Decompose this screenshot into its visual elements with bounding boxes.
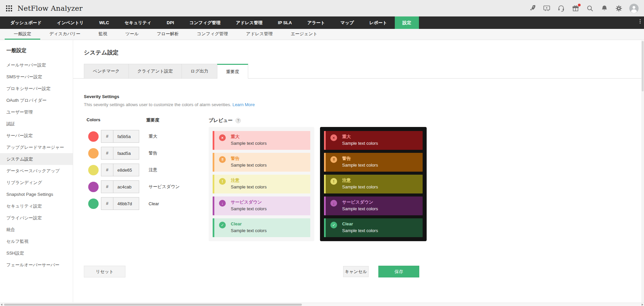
preview-bar-sample-text: Sample text colors [231, 228, 267, 233]
preview-bar-clear: ✓ Clear Sample text colors [324, 218, 423, 237]
preview-column: プレビュー ? × 重大 Sample text colors !! 警告 [209, 117, 427, 241]
hex-prefix: # [101, 198, 113, 210]
nav-ipsla[interactable]: IP SLA [270, 16, 300, 29]
nav-inventory[interactable]: インベントリ [49, 16, 92, 29]
sidebar-item-self-monitoring[interactable]: セルフ監視 [0, 235, 73, 247]
vertical-scrollbar-thumb[interactable] [642, 41, 644, 91]
vertical-scrollbar[interactable] [641, 40, 644, 303]
tab-client-settings[interactable]: クライアント設定 [128, 64, 182, 78]
sidebar-item-authentication[interactable]: 認証 [0, 118, 73, 130]
sidebar-item-user-management[interactable]: ユーザー管理 [0, 106, 73, 118]
nav-reports[interactable]: レポート [362, 16, 395, 29]
sidebar-item-failover-server[interactable]: フェールオーバーサーバー [0, 259, 73, 271]
warning-icon: !! [330, 156, 337, 163]
preview-bar-title: Clear [342, 221, 378, 226]
subnav-general-settings[interactable]: 一般設定 [5, 29, 40, 40]
severity-color-row-service-down: # サービスダウン [84, 178, 209, 195]
page-body: 一般設定 メールサーバー設定 SMSサーバー設定 プロキシサーバー設定 OAut… [0, 40, 644, 302]
hex-color-input-attention[interactable] [113, 164, 139, 176]
color-swatch-service-down[interactable] [88, 182, 99, 192]
clear-icon: ✓ [330, 222, 337, 228]
sidebar-item-integrations[interactable]: 統合 [0, 224, 73, 235]
subnav-monitoring[interactable]: 監視 [90, 29, 116, 40]
preview-bar-service-down: ↓ サービスダウン Sample text colors [213, 196, 310, 215]
sidebar-item-upgrade-manager[interactable]: アップグレードマネージャー [0, 141, 73, 153]
sidebar-item-snapshot-page[interactable]: Snapshot Page Settings [0, 188, 73, 200]
column-headers: Colors 重要度 [84, 117, 209, 124]
user-avatar[interactable] [629, 4, 639, 13]
color-swatch-critical[interactable] [88, 131, 99, 142]
main-navigation: ダッシュボード インベントリ WLC セキュリティ DPI コンフィグ管理 アド… [0, 16, 644, 29]
rocket-icon[interactable] [528, 4, 536, 12]
learn-more-link[interactable]: Learn More [232, 102, 255, 107]
severity-settings-heading: Severity Settings [84, 94, 644, 99]
preview-bar-sample-text: Sample text colors [231, 206, 267, 211]
sidebar-item-system-settings[interactable]: システム設定 [0, 153, 73, 165]
hex-color-input-warning[interactable] [113, 147, 139, 159]
color-swatch-attention[interactable] [88, 165, 99, 175]
sidebar-item-database-backup[interactable]: データベースバックアップ [0, 165, 73, 177]
severity-color-row-warning: # 警告 [84, 145, 209, 162]
sidebar-item-sms-server[interactable]: SMSサーバー設定 [0, 71, 73, 83]
nav-alerts[interactable]: アラート [300, 16, 333, 29]
sidebar-item-oauth-provider[interactable]: OAuth プロバイダー [0, 94, 73, 106]
hex-color-input-critical[interactable] [113, 131, 139, 142]
search-icon[interactable] [586, 4, 594, 12]
preview-bar-sample-text: Sample text colors [342, 206, 378, 211]
nav-address-mgmt[interactable]: アドレス管理 [228, 16, 270, 29]
preview-bar-service-down: ↓ サービスダウン Sample text colors [324, 196, 423, 215]
save-button[interactable]: 保存 [378, 266, 419, 277]
form-actions: リセット キャンセル 保存 [84, 266, 419, 277]
bell-icon[interactable] [600, 4, 608, 12]
sidebar-item-mail-server[interactable]: メールサーバー設定 [0, 59, 73, 71]
sidebar-item-server-settings[interactable]: サーバー設定 [0, 130, 73, 141]
hex-color-field: # [101, 197, 139, 210]
subnav-agent[interactable]: エージェント [282, 29, 327, 40]
tab-severity[interactable]: 重要度 [217, 64, 248, 79]
main-content: システム設定 ベンチマーク クライアント設定 ログ出力 重要度 Severity… [73, 40, 644, 302]
scroll-left-arrow-icon[interactable] [1, 304, 2, 306]
gift-icon[interactable] [572, 4, 580, 12]
horizontal-scrollbar-thumb[interactable] [4, 304, 302, 306]
nav-overflow-menu-icon[interactable] [638, 19, 642, 27]
hex-color-input-clear[interactable] [113, 198, 139, 209]
nav-security[interactable]: セキュリティ [117, 16, 159, 29]
nav-wlc[interactable]: WLC [92, 16, 117, 29]
nav-config-mgmt[interactable]: コンフィグ管理 [182, 16, 228, 29]
nav-settings[interactable]: 設定 [395, 16, 419, 29]
sidebar-item-security-settings[interactable]: セキュリティ設定 [0, 200, 73, 212]
headset-icon[interactable] [557, 4, 565, 12]
clear-icon: ✓ [219, 222, 226, 228]
presentation-icon[interactable] [543, 4, 551, 12]
severity-label-warning: 警告 [149, 150, 157, 156]
nav-dashboard[interactable]: ダッシュボード [3, 16, 49, 29]
tab-log-output[interactable]: ログ出力 [181, 64, 217, 78]
nav-maps[interactable]: マップ [333, 16, 362, 29]
help-icon[interactable]: ? [235, 118, 241, 123]
color-swatch-warning[interactable] [88, 148, 99, 159]
tab-benchmark[interactable]: ベンチマーク [84, 64, 129, 78]
hex-color-field: # [101, 147, 139, 160]
sidebar-item-ssh-settings[interactable]: SSH設定 [0, 247, 73, 259]
subnav-flow-analysis[interactable]: フロー解析 [148, 29, 188, 40]
hex-color-input-service-down[interactable] [113, 181, 139, 192]
nav-dpi[interactable]: DPI [159, 16, 182, 29]
preview-bar-critical: × 重大 Sample text colors [324, 131, 423, 150]
warning-icon: !! [219, 156, 226, 163]
sidebar-item-proxy-server[interactable]: プロキシサーバー設定 [0, 83, 73, 94]
sidebar-item-rebranding[interactable]: リブランディング [0, 177, 73, 188]
subnav-discovery[interactable]: ディスカバリー [40, 29, 90, 40]
preview-bar-sample-text: Sample text colors [342, 141, 378, 146]
gear-icon[interactable] [615, 4, 623, 12]
subnav-tools[interactable]: ツール [116, 29, 148, 40]
cancel-button[interactable]: キャンセル [343, 266, 369, 277]
subnav-address-mgmt[interactable]: アドレス管理 [237, 29, 282, 40]
scroll-right-arrow-icon[interactable] [642, 304, 643, 306]
attention-icon: ! [219, 178, 226, 185]
reset-button[interactable]: リセット [84, 266, 125, 277]
subnav-config-mgmt[interactable]: コンフィグ管理 [188, 29, 237, 40]
apps-grid-icon[interactable] [5, 5, 13, 12]
sidebar-item-privacy-settings[interactable]: プライバシー設定 [0, 212, 73, 224]
color-swatch-clear[interactable] [88, 199, 99, 209]
horizontal-scrollbar[interactable] [0, 303, 644, 306]
